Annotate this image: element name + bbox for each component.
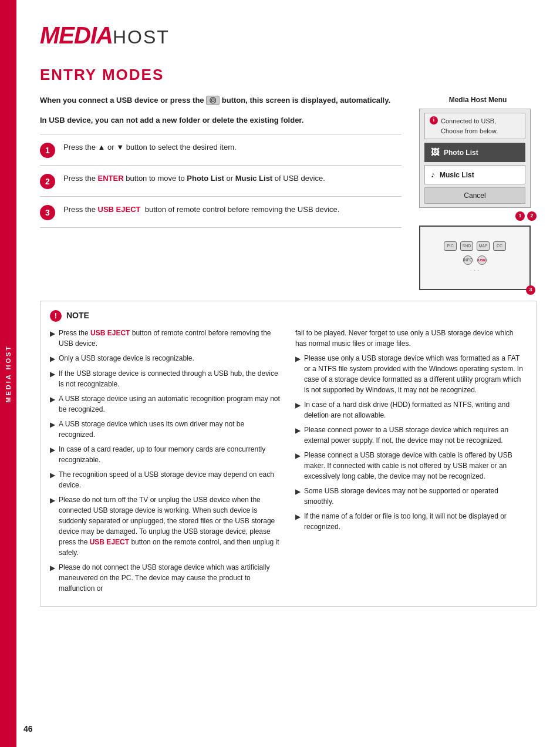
tv-row2: INFO USB (463, 255, 487, 265)
arrow-r2: ▶ (295, 354, 301, 364)
note-title: NOTE (66, 309, 89, 322)
steps-section: 1 Press the ▲ or ▼ button to select the … (40, 134, 402, 228)
note-item-5: ▶ A USB storage device which uses its ow… (50, 419, 281, 440)
note-text-6: In case of a card reader, up to four mem… (59, 444, 281, 465)
arrow-r7: ▶ (295, 512, 301, 522)
connected-notice: i Connected to USB, Choose from below. (424, 113, 525, 139)
menu-panel: Media Host Menu i Connected to USB, Choo… (419, 95, 537, 290)
note-text-r5: Please connect a USB storage device with… (304, 450, 527, 482)
arrow-6: ▶ (50, 445, 55, 455)
logo-media: MEDIA (40, 22, 113, 48)
arrow-1: ▶ (50, 328, 55, 339)
note-text-r2: Please use only a USB storage device whi… (304, 353, 527, 395)
intro-left: When you connect a USB device or press t… (40, 95, 402, 290)
note-item-1: ▶ Press the USB EJECT button of remote c… (50, 328, 281, 349)
page-number: 46 (23, 723, 33, 735)
connected-icon: i (430, 116, 438, 124)
note-text-r1: fail to be played. Never forget to use o… (295, 328, 527, 349)
music-icon: ♪ (431, 169, 435, 181)
note-item-3: ▶ If the USB storage device is connected… (50, 368, 281, 389)
music-list-item[interactable]: ♪ Music List (424, 165, 525, 184)
step-2: 2 Press the ENTER button to move to Phot… (40, 165, 402, 196)
callout-3: 3 (526, 285, 535, 295)
step-text-3: Press the USB EJECT button of remote con… (63, 204, 339, 216)
note-item-r2: ▶ Please use only a USB storage device w… (295, 353, 527, 395)
connected-text: Connected to USB, Choose from below. (441, 116, 520, 136)
note-text-4: A USB storage device using an automatic … (59, 393, 281, 415)
note-item-7: ▶ The recognition speed of a USB storage… (50, 469, 281, 490)
logo: MEDIAHOST (40, 18, 537, 53)
arrow-9: ▶ (50, 563, 55, 573)
arrow-7: ▶ (50, 470, 55, 480)
note-item-2: ▶ Only a USB storage device is recogniza… (50, 353, 281, 364)
note-text-8: Please do not turn off the TV or unplug … (59, 494, 281, 558)
step-3: 3 Press the USB EJECT button of remote c… (40, 196, 402, 228)
note-item-r5: ▶ Please connect a USB storage device wi… (295, 450, 527, 482)
cancel-label: Cancel (464, 191, 485, 200)
intro-line1: When you connect a USB device or press t… (40, 95, 402, 106)
photo-icon: 🖼 (431, 146, 439, 159)
arrow-8: ▶ (50, 495, 55, 506)
music-list-label: Music List (440, 170, 474, 180)
step-circle-3: 3 (40, 205, 55, 220)
intro-line2: In USB device, you can not add a new fol… (40, 115, 402, 126)
note-item-r1: fail to be played. Never forget to use o… (295, 328, 527, 349)
arrow-5: ▶ (50, 419, 55, 430)
note-item-r4: ▶ Please connect power to a USB storage … (295, 425, 527, 446)
callout-numbers: 1 2 (419, 211, 537, 221)
note-text-9: Please do not connect the USB storage de… (59, 562, 281, 594)
note-text-1: Press the USB EJECT button of remote con… (59, 328, 281, 349)
step-text-1: Press the ▲ or ▼ button to select the de… (63, 142, 237, 153)
note-text-r4: Please connect power to a USB storage de… (304, 425, 527, 446)
arrow-4: ▶ (50, 394, 55, 405)
note-item-9: ▶ Please do not connect the USB storage … (50, 562, 281, 594)
note-text-5: A USB storage device which uses its own … (59, 419, 281, 440)
step-1: 1 Press the ▲ or ▼ button to select the … (40, 134, 402, 165)
cancel-button[interactable]: Cancel (424, 187, 525, 204)
arrow-r4: ▶ (295, 425, 301, 436)
note-item-r7: ▶ If the name of a folder or file is too… (295, 511, 527, 532)
arrow-2: ▶ (50, 354, 55, 364)
entry-title: ENTRY MODES (40, 63, 537, 86)
tv-buttons-row1: PIC SND MAP CC (444, 241, 506, 251)
step-circle-1: 1 (40, 143, 55, 158)
note-item-4: ▶ A USB storage device using an automati… (50, 393, 281, 415)
note-item-r3: ▶ In case of a hard disk drive (HDD) for… (295, 399, 527, 420)
photo-list-label: Photo List (444, 147, 478, 158)
arrow-3: ▶ (50, 369, 55, 379)
note-col-left: ▶ Press the USB EJECT button of remote c… (50, 328, 281, 598)
step-text-2: Press the ENTER button to move to Photo … (63, 173, 325, 184)
note-text-r6: Some USB storage devices may not be supp… (304, 486, 527, 507)
note-col-right: fail to be played. Never forget to use o… (295, 328, 527, 598)
note-text-r3: In case of a hard disk drive (HDD) forma… (304, 399, 527, 420)
tv-btn-map: MAP (477, 241, 490, 251)
note-text-3: If the USB storage device is connected t… (59, 368, 281, 389)
sidebar-text: MEDIA HOST (4, 345, 14, 403)
tv-btn-picture: PIC (444, 241, 457, 251)
note-header: ! NOTE (50, 309, 527, 322)
note-icon: ! (50, 310, 62, 322)
logo-host: HOST (113, 26, 170, 48)
tv-btn-sound: SND (460, 241, 473, 251)
note-item-8: ▶ Please do not turn off the TV or unplu… (50, 494, 281, 558)
usb-led: · · · (470, 267, 480, 274)
note-section: ! NOTE ▶ Press the USB EJECT button of r… (40, 301, 537, 607)
note-text-7: The recognition speed of a USB storage d… (59, 469, 281, 490)
note-columns: ▶ Press the USB EJECT button of remote c… (50, 328, 527, 598)
remote-illustration: PIC SND MAP CC INFO USB · · · 3 (419, 226, 531, 290)
tv-btn-info: INFO (463, 255, 473, 265)
logo-text: MEDIAHOST (40, 22, 170, 48)
callout-1: 1 (515, 211, 525, 221)
note-item-r6: ▶ Some USB storage devices may not be su… (295, 486, 527, 507)
tv-btn-cc: CC (493, 241, 506, 251)
sidebar-label: MEDIA HOST (0, 0, 16, 747)
menu-box: i Connected to USB, Choose from below. 🖼… (419, 109, 531, 208)
arrow-r5: ▶ (295, 450, 301, 461)
tv-btn-usbeject: USB (477, 255, 487, 265)
arrow-r6: ▶ (295, 486, 301, 497)
note-text-2: Only a USB storage device is recognizabl… (59, 353, 194, 364)
step-circle-2: 2 (40, 174, 55, 189)
callout-2: 2 (527, 211, 537, 221)
photo-list-item[interactable]: 🖼 Photo List (424, 143, 525, 162)
arrow-r3: ▶ (295, 400, 301, 410)
